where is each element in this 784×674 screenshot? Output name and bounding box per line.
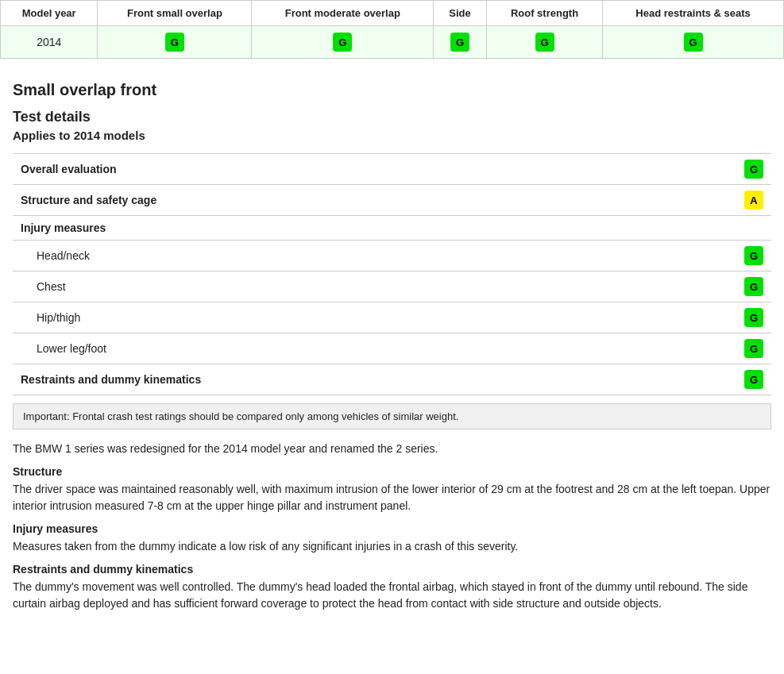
detail-row-label: Restraints and dummy kinematics	[13, 364, 732, 395]
summary-table: Model year Front small overlap Front mod…	[0, 0, 784, 59]
rating-badge: G	[744, 370, 763, 389]
col-header-roof: Roof strength	[486, 1, 602, 26]
rating-badge: G	[744, 308, 763, 327]
applies-to: Applies to 2014 models	[13, 129, 771, 142]
detail-row-badge-cell: G	[732, 364, 771, 395]
detail-row-label: Overall evaluation	[13, 154, 732, 185]
detail-table: Overall evaluationGStructure and safety …	[13, 153, 771, 395]
detail-row-badge-cell: G	[732, 154, 771, 185]
table-row-rating: G	[252, 26, 434, 59]
structure-heading: Structure	[13, 465, 771, 478]
rating-badge: A	[744, 191, 763, 210]
col-header-model-year: Model year	[1, 1, 98, 26]
table-row-rating: G	[434, 26, 487, 59]
detail-row-badge-cell: G	[732, 302, 771, 333]
table-row-rating: G	[98, 26, 252, 59]
col-header-head-restraints: Head restraints & seats	[603, 1, 784, 26]
rating-badge: G	[165, 33, 184, 52]
col-header-side: Side	[434, 1, 487, 26]
rating-badge: G	[744, 246, 763, 265]
detail-row-label: Head/neck	[13, 241, 732, 272]
section-title: Small overlap front	[13, 81, 771, 99]
rating-badge: G	[450, 33, 469, 52]
test-details-title: Test details	[13, 109, 771, 125]
col-header-front-small: Front small overlap	[98, 1, 252, 26]
detail-row-badge-cell: G	[732, 241, 771, 272]
rating-badge: G	[535, 33, 554, 52]
detail-row-label: Hip/thigh	[13, 302, 732, 333]
col-header-front-moderate: Front moderate overlap	[252, 1, 434, 26]
detail-row-label: Structure and safety cage	[13, 185, 732, 216]
rating-badge: G	[744, 277, 763, 296]
rating-badge: G	[684, 33, 703, 52]
injury-text: Measures taken from the dummy indicate a…	[13, 538, 771, 555]
table-row-rating: G	[603, 26, 784, 59]
detail-row-label: Injury measures	[13, 216, 732, 241]
table-row-year: 2014	[1, 26, 98, 59]
detail-row-label: Chest	[13, 272, 732, 302]
restraints-text: The dummy's movement was well controlled…	[13, 579, 771, 612]
injury-heading: Injury measures	[13, 522, 771, 535]
detail-row-badge-cell: A	[732, 185, 771, 216]
main-content: Small overlap front Test details Applies…	[0, 59, 784, 636]
restraints-heading: Restraints and dummy kinematics	[13, 563, 771, 576]
intro-text: The BMW 1 series was redesigned for the …	[13, 441, 771, 457]
important-note: Important: Frontal crash test ratings sh…	[13, 403, 771, 429]
table-row-rating: G	[486, 26, 602, 59]
detail-row-badge-cell	[732, 216, 771, 241]
rating-badge: G	[333, 33, 352, 52]
detail-row-badge-cell: G	[732, 272, 771, 302]
rating-badge: G	[744, 339, 763, 358]
detail-row-label: Lower leg/foot	[13, 333, 732, 364]
rating-badge: G	[744, 160, 763, 179]
structure-text: The driver space was maintained reasonab…	[13, 481, 771, 514]
detail-row-badge-cell: G	[732, 333, 771, 364]
